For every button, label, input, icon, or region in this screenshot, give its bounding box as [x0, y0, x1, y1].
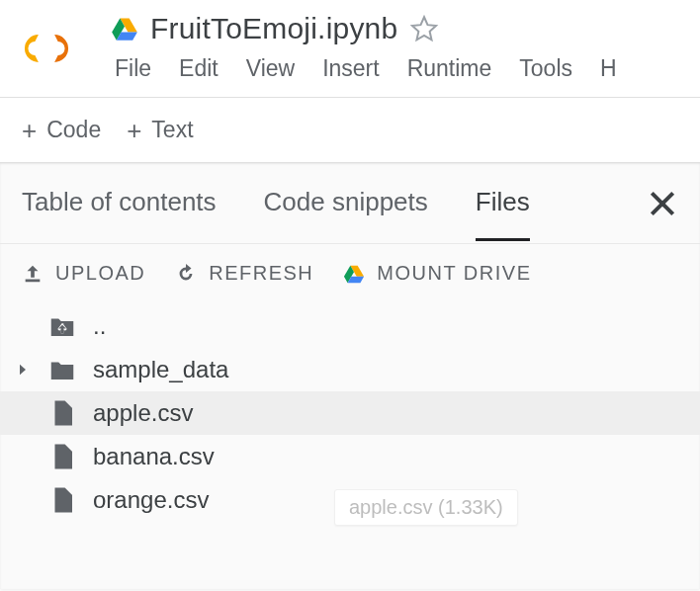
file-tooltip: apple.csv (1.33K) [334, 489, 518, 526]
notebook-title[interactable]: FruitToEmoji.ipynb [150, 12, 397, 45]
add-code-label: Code [46, 117, 101, 143]
svg-rect-5 [26, 279, 41, 282]
title-row: FruitToEmoji.ipynb [111, 6, 700, 51]
file-icon [47, 442, 77, 471]
plus-icon: + [127, 118, 141, 143]
menu-runtime[interactable]: Runtime [407, 55, 492, 82]
tab-files[interactable]: Files [476, 165, 530, 241]
menu-tools[interactable]: Tools [519, 55, 572, 82]
file-tree: .. sample_data apple.csv banana.csv [0, 295, 700, 522]
files-actions: UPLOAD REFRESH MOUNT DRIVE [0, 244, 700, 295]
tree-up[interactable]: .. [0, 304, 700, 348]
file-icon [47, 398, 77, 428]
folder-up-icon [47, 311, 77, 341]
tree-up-label: .. [93, 312, 106, 340]
tree-folder-label: sample_data [93, 356, 228, 383]
refresh-button[interactable]: REFRESH [175, 262, 313, 285]
svg-rect-9 [61, 327, 64, 333]
header: FruitToEmoji.ipynb File Edit View Insert… [0, 0, 700, 97]
menu-file[interactable]: File [115, 55, 151, 82]
drive-icon [111, 15, 138, 42]
star-icon[interactable] [409, 14, 439, 43]
upload-button[interactable]: UPLOAD [22, 262, 145, 285]
upload-label: UPLOAD [55, 262, 145, 285]
chevron-right-icon[interactable] [14, 361, 32, 379]
file-icon [47, 485, 77, 515]
refresh-icon [175, 263, 197, 285]
folder-icon [47, 355, 77, 384]
toolbar: + Code + Text [0, 97, 700, 162]
tree-folder-sample-data[interactable]: sample_data [0, 348, 700, 391]
side-panel: Table of contents Code snippets Files UP… [0, 162, 700, 589]
add-text-label: Text [151, 117, 193, 143]
colab-logo-icon [18, 20, 75, 77]
tree-file-label: apple.csv [93, 399, 193, 427]
add-text-button[interactable]: + Text [127, 117, 193, 143]
tree-file-label: orange.csv [93, 486, 209, 514]
panel-tabs: Table of contents Code snippets Files [0, 163, 700, 244]
plus-icon: + [22, 118, 37, 143]
menu-bar: File Edit View Insert Runtime Tools H [111, 51, 700, 82]
add-code-button[interactable]: + Code [22, 117, 101, 143]
tree-file-banana[interactable]: banana.csv [0, 435, 700, 478]
mount-drive-label: MOUNT DRIVE [377, 262, 531, 285]
header-main: FruitToEmoji.ipynb File Edit View Insert… [111, 6, 700, 82]
close-icon[interactable] [647, 188, 678, 219]
tree-file-apple[interactable]: apple.csv [0, 391, 700, 435]
upload-icon [22, 263, 44, 285]
mount-drive-button[interactable]: MOUNT DRIVE [343, 262, 531, 285]
tree-file-label: banana.csv [93, 443, 215, 470]
drive-icon [343, 263, 365, 285]
menu-insert[interactable]: Insert [322, 55, 380, 82]
menu-edit[interactable]: Edit [179, 55, 219, 82]
menu-view[interactable]: View [246, 55, 295, 82]
tab-toc[interactable]: Table of contents [22, 165, 217, 241]
refresh-label: REFRESH [209, 262, 313, 285]
menu-help[interactable]: H [600, 55, 617, 82]
tab-snippets[interactable]: Code snippets [264, 165, 428, 241]
